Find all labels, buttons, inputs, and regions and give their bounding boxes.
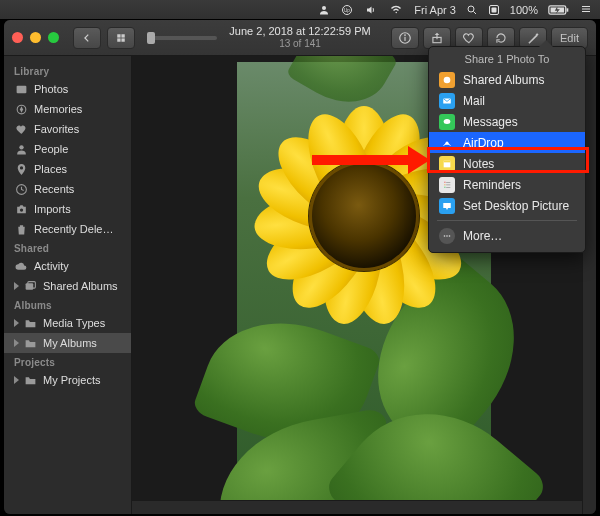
svg-rect-10: [121, 34, 124, 37]
sidebar-item-recently-deleted[interactable]: Recently Dele…: [4, 219, 131, 239]
photo-date-title: June 2, 2018 at 12:22:59 PM: [229, 25, 370, 38]
sidebar-item-places[interactable]: Places: [4, 159, 131, 179]
sidebar-item-people[interactable]: People: [4, 139, 131, 159]
svg-rect-17: [16, 85, 26, 93]
share-item-label: Mail: [463, 94, 485, 108]
sidebar-item-shared-albums[interactable]: Shared Albums: [4, 276, 131, 296]
share-item-label: Messages: [463, 115, 518, 129]
battery-icon[interactable]: [548, 4, 570, 16]
sidebar-item-recents[interactable]: Recents: [4, 179, 131, 199]
sidebar-item-label: My Albums: [43, 337, 97, 349]
svg-point-14: [404, 34, 406, 36]
share-item-label: AirDrop: [463, 136, 504, 150]
share-item-airdrop[interactable]: AirDrop: [429, 132, 585, 153]
sidebar-item-label: Recents: [34, 183, 74, 195]
svg-rect-9: [117, 34, 120, 37]
menubar-clock[interactable]: Fri Apr 3: [414, 4, 456, 16]
control-center-icon[interactable]: [488, 4, 500, 16]
share-item-label: Notes: [463, 157, 494, 171]
notification-center-icon[interactable]: [580, 4, 592, 16]
photos-icon: [14, 82, 28, 96]
zoom-slider[interactable]: [147, 36, 217, 40]
svg-point-38: [444, 235, 446, 237]
share-item-set-desktop[interactable]: Set Desktop Picture: [429, 195, 585, 216]
share-item-more[interactable]: More…: [429, 225, 585, 246]
up-indicator-icon: Up: [340, 4, 354, 16]
clock-icon: [14, 182, 28, 196]
sidebar-item-label: People: [34, 143, 68, 155]
share-item-shared-albums[interactable]: Shared Albums: [429, 69, 585, 90]
close-window-button[interactable]: [12, 32, 23, 43]
spotlight-icon[interactable]: [466, 4, 478, 16]
horizontal-scrollbar[interactable]: [132, 500, 582, 514]
sidebar-item-my-projects[interactable]: My Projects: [4, 370, 131, 390]
disclosure-triangle-icon[interactable]: [14, 319, 19, 327]
svg-rect-11: [117, 38, 120, 41]
sidebar-item-label: Photos: [34, 83, 68, 95]
sidebar-item-photos[interactable]: Photos: [4, 79, 131, 99]
sidebar-item-label: Favorites: [34, 123, 79, 135]
svg-rect-30: [445, 181, 446, 182]
airdrop-icon: [439, 135, 455, 151]
wifi-icon[interactable]: [388, 4, 404, 16]
sidebar-item-my-albums[interactable]: My Albums: [4, 333, 131, 353]
macos-menubar: Up Fri Apr 3 100%: [0, 0, 600, 20]
svg-rect-33: [446, 182, 450, 183]
photo-index-subtitle: 13 of 141: [229, 38, 370, 50]
svg-rect-8: [567, 8, 569, 11]
svg-rect-22: [25, 283, 33, 290]
folder-icon: [23, 373, 37, 387]
thumbnail-grid-button[interactable]: [107, 27, 135, 49]
desktop-icon: [439, 198, 455, 214]
sidebar-item-label: Media Types: [43, 317, 105, 329]
sidebar-item-imports[interactable]: Imports: [4, 199, 131, 219]
share-item-label: Set Desktop Picture: [463, 199, 569, 213]
svg-rect-5: [491, 7, 496, 12]
more-icon: [439, 228, 455, 244]
share-item-mail[interactable]: Mail: [429, 90, 585, 111]
svg-rect-36: [443, 203, 451, 208]
folder-icon: [23, 316, 37, 330]
sidebar-item-label: Activity: [34, 260, 69, 272]
svg-point-24: [444, 76, 451, 83]
title-center: June 2, 2018 at 12:22:59 PM 13 of 141: [229, 25, 370, 50]
sidebar-item-favorites[interactable]: Favorites: [4, 119, 131, 139]
share-item-notes[interactable]: Notes: [429, 153, 585, 174]
disclosure-triangle-icon[interactable]: [14, 282, 19, 290]
svg-rect-29: [444, 160, 451, 162]
fast-user-icon[interactable]: [318, 4, 330, 16]
info-button[interactable]: [391, 27, 419, 49]
sidebar-item-activity[interactable]: Activity: [4, 256, 131, 276]
svg-rect-15: [404, 36, 405, 40]
places-icon: [14, 162, 28, 176]
reminders-icon: [439, 177, 455, 193]
sidebar-header-shared: Shared: [4, 239, 131, 256]
share-popover: Share 1 Photo To Shared Albums Mail Mess…: [428, 46, 586, 253]
sidebar: Library Photos Memories Favorites People…: [4, 56, 132, 514]
sidebar-item-memories[interactable]: Memories: [4, 99, 131, 119]
sidebar-item-media-types[interactable]: Media Types: [4, 313, 131, 333]
shared-albums-icon: [439, 72, 455, 88]
sidebar-header-projects: Projects: [4, 353, 131, 370]
people-icon: [14, 142, 28, 156]
svg-point-0: [322, 6, 326, 10]
share-item-reminders[interactable]: Reminders: [429, 174, 585, 195]
share-item-label: More…: [463, 229, 502, 243]
disclosure-triangle-icon[interactable]: [14, 376, 19, 384]
disclosure-triangle-icon[interactable]: [14, 339, 19, 347]
back-button[interactable]: [73, 27, 101, 49]
heart-icon: [14, 122, 28, 136]
zoom-window-button[interactable]: [48, 32, 59, 43]
shared-album-icon: [23, 279, 37, 293]
sidebar-item-label: Places: [34, 163, 67, 175]
folder-icon: [23, 336, 37, 350]
sidebar-item-label: Recently Dele…: [34, 223, 113, 235]
share-item-messages[interactable]: Messages: [429, 111, 585, 132]
mail-icon: [439, 93, 455, 109]
svg-point-26: [444, 119, 451, 124]
window-controls: [12, 32, 59, 43]
volume-icon[interactable]: [364, 4, 378, 16]
svg-rect-35: [446, 187, 450, 188]
sidebar-item-label: Shared Albums: [43, 280, 118, 292]
minimize-window-button[interactable]: [30, 32, 41, 43]
